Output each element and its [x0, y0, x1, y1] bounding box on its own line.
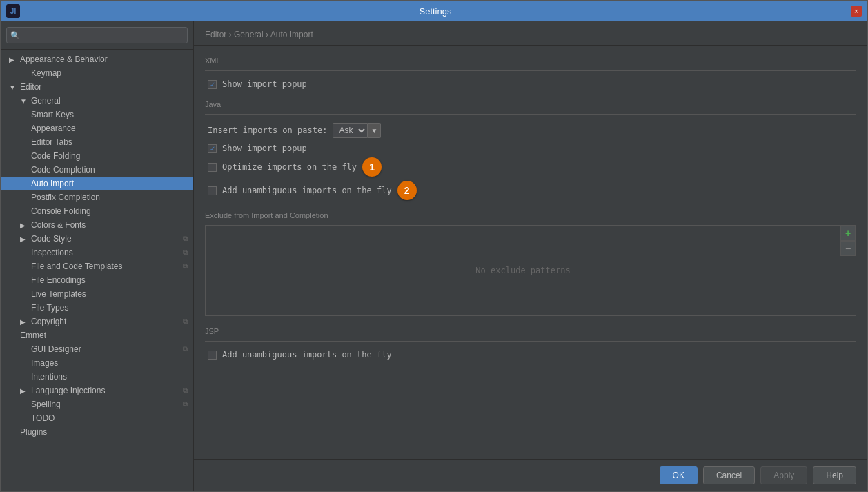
sidebar-item-colors-fonts[interactable]: ▶ Colors & Fonts: [1, 218, 193, 232]
badge-1: 1: [362, 157, 382, 177]
java-section: Java Insert imports on paste: Ask ▼: [205, 100, 856, 200]
xml-section-label: XML: [205, 57, 856, 65]
add-exclude-button[interactable]: +: [840, 226, 856, 241]
sidebar-item-appearance[interactable]: Appearance: [1, 121, 193, 135]
exclude-toolbar: + −: [840, 226, 856, 256]
arrow-icon: ▶: [20, 318, 28, 326]
arrow-spacer: [20, 277, 28, 284]
java-show-import-popup-row: Show import popup: [205, 144, 856, 153]
sidebar-item-label: File and Code Templates: [31, 262, 123, 271]
sidebar-item-code-completion[interactable]: Code Completion: [1, 163, 193, 177]
arrow-spacer: [9, 429, 17, 436]
main-content: 🔍 ▶ Appearance & Behavior Keymap ▼: [1, 21, 867, 491]
breadcrumb: Editor › General › Auto Import: [194, 21, 867, 46]
xml-show-import-popup-checkbox[interactable]: [208, 80, 217, 89]
jsp-section: JSP Add unambiguous imports on the fly: [205, 327, 856, 360]
insert-imports-label: Insert imports on paste:: [208, 126, 327, 135]
copy-icon: ⧉: [183, 235, 188, 243]
arrow-spacer: [20, 373, 28, 381]
exclude-empty-text: No exclude patterns: [206, 226, 840, 315]
optimize-imports-checkbox[interactable]: [208, 163, 217, 172]
sidebar-item-label: Appearance: [31, 124, 76, 133]
sidebar-item-label: Appearance & Behavior: [20, 55, 108, 64]
copy-icon: ⧉: [183, 248, 188, 257]
sidebar-item-label: GUI Designer: [31, 344, 81, 354]
settings-window: JI Settings × 🔍 ▶ Appearance & Behavior: [0, 0, 868, 492]
sidebar-item-label: Live Templates: [31, 289, 86, 299]
arrow-icon: ▼: [9, 83, 17, 91]
exclude-section: Exclude from Import and Completion + − N…: [205, 211, 856, 316]
sidebar-item-language-injections[interactable]: ▶ Language Injections ⧉: [1, 384, 193, 397]
sidebar-item-todo[interactable]: TODO: [1, 411, 193, 425]
sidebar-item-console-folding[interactable]: Console Folding: [1, 204, 193, 218]
sidebar-item-label: Colors & Fonts: [31, 220, 86, 230]
sidebar-item-keymap[interactable]: Keymap: [1, 66, 193, 80]
sidebar-item-file-types[interactable]: File Types: [1, 301, 193, 315]
add-unambiguous-imports-row: Add unambiguous imports on the fly 2: [205, 181, 856, 200]
jsp-add-unambiguous-checkbox[interactable]: [208, 351, 217, 360]
help-button[interactable]: Help: [813, 466, 856, 484]
java-show-import-popup-label: Show import popup: [222, 144, 307, 153]
sidebar-item-label: Code Folding: [31, 151, 80, 161]
sidebar-item-label: File Encodings: [31, 275, 86, 285]
sidebar-item-postfix-completion[interactable]: Postfix Completion: [1, 190, 193, 204]
bottom-bar: OK Cancel Apply Help: [194, 459, 867, 491]
sidebar-item-smart-keys[interactable]: Smart Keys: [1, 108, 193, 121]
sidebar-item-emmet[interactable]: Emmet: [1, 328, 193, 342]
search-input[interactable]: [6, 27, 188, 43]
sidebar-item-label: Inspections: [31, 248, 73, 257]
sidebar-item-inspections[interactable]: Inspections ⧉: [1, 246, 193, 259]
sidebar-item-general[interactable]: ▼ General: [1, 94, 193, 108]
sidebar-item-live-templates[interactable]: Live Templates: [1, 287, 193, 301]
sidebar-item-spelling[interactable]: Spelling ⧉: [1, 397, 193, 411]
sidebar-item-label: Code Style: [31, 234, 72, 244]
sidebar-item-images[interactable]: Images: [1, 356, 193, 370]
sidebar-item-label: TODO: [31, 413, 55, 423]
sidebar-item-intentions[interactable]: Intentions: [1, 370, 193, 384]
sidebar-item-label: Emmet: [20, 331, 46, 340]
java-divider: [205, 114, 856, 115]
add-unambiguous-imports-checkbox[interactable]: [208, 186, 217, 195]
sidebar-item-plugins[interactable]: Plugins: [1, 425, 193, 439]
close-button[interactable]: ×: [851, 6, 862, 17]
arrow-icon: ▶: [20, 387, 28, 395]
copy-icon: ⧉: [183, 400, 188, 409]
app-logo: JI: [6, 4, 20, 18]
sidebar-item-label: File Types: [31, 303, 68, 313]
optimize-imports-label: Optimize imports on the fly: [222, 162, 357, 172]
sidebar-item-label: Smart Keys: [31, 110, 74, 119]
arrow-spacer: [20, 291, 28, 298]
sidebar-item-editor-tabs[interactable]: Editor Tabs: [1, 135, 193, 149]
xml-divider: [205, 70, 856, 71]
insert-imports-select[interactable]: Ask: [333, 123, 368, 138]
arrow-spacer: [20, 346, 28, 353]
settings-panel: XML Show import popup Java Insert import…: [194, 46, 867, 459]
arrow-spacer: [20, 415, 28, 422]
arrow-spacer: [20, 401, 28, 409]
sidebar-item-code-folding[interactable]: Code Folding: [1, 149, 193, 163]
sidebar-item-label: Language Injections: [31, 386, 105, 395]
sidebar-item-label: Plugins: [20, 427, 47, 437]
sidebar-item-gui-designer[interactable]: GUI Designer ⧉: [1, 342, 193, 356]
arrow-spacer: [9, 332, 17, 340]
sidebar-item-file-encodings[interactable]: File Encodings: [1, 273, 193, 287]
sidebar-item-auto-import[interactable]: Auto Import: [1, 177, 193, 190]
cancel-button[interactable]: Cancel: [703, 466, 755, 484]
insert-imports-select-wrap: Ask ▼: [333, 123, 381, 138]
arrow-spacer: [20, 304, 28, 312]
remove-exclude-button[interactable]: −: [840, 241, 856, 256]
sidebar-item-label: Auto Import: [31, 179, 74, 188]
sidebar-item-editor[interactable]: ▼ Editor: [1, 80, 193, 94]
arrow-icon: ▼: [20, 97, 28, 105]
copy-icon: ⧉: [183, 262, 188, 270]
sidebar-item-copyright[interactable]: ▶ Copyright ⧉: [1, 315, 193, 328]
sidebar-item-code-style[interactable]: ▶ Code Style ⧉: [1, 232, 193, 246]
apply-button[interactable]: Apply: [760, 466, 807, 484]
select-dropdown-arrow[interactable]: ▼: [368, 123, 381, 138]
java-show-import-popup-checkbox[interactable]: [208, 144, 217, 153]
ok-button[interactable]: OK: [660, 466, 698, 484]
sidebar-item-appearance-behavior[interactable]: ▶ Appearance & Behavior: [1, 52, 193, 66]
sidebar-item-file-code-templates[interactable]: File and Code Templates ⧉: [1, 259, 193, 273]
arrow-icon: ▶: [9, 56, 17, 63]
arrow-spacer: [20, 263, 28, 270]
